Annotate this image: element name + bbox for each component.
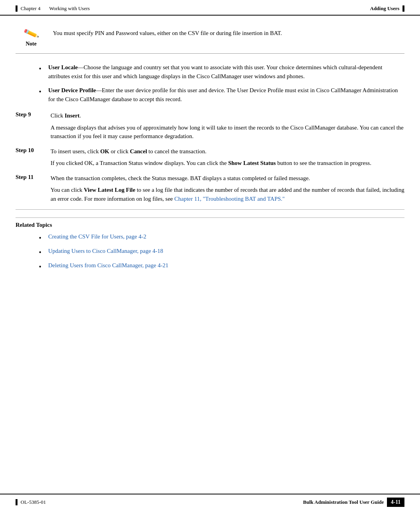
content-separator (16, 209, 404, 210)
related-topics-section: Related Topics • Creating the CSV File f… (16, 217, 404, 272)
header-right-wrapper: Adding Users (370, 5, 405, 12)
bullet-text-user-locale: User Locale—Choose the language and coun… (48, 63, 404, 81)
related-dot-3: • (39, 262, 44, 272)
step-11-chapter-link[interactable]: Chapter 11, "Troubleshooting BAT and TAP… (174, 196, 285, 202)
related-topics-title: Related Topics (16, 222, 404, 228)
page-number: 4-11 (387, 498, 404, 507)
doc-number: OL-5385-01 (21, 499, 46, 505)
step-9-sub: A message displays that advises you of a… (51, 123, 404, 141)
page-container: Chapter 4 Working with Users Adding User… (0, 0, 420, 510)
step-9-block: Step 9 Click Insert. A message displays … (16, 111, 404, 141)
related-item-1: • Creating the CSV File for Users, page … (39, 232, 404, 244)
step-10-sub: If you clicked OK, a Transaction Status … (51, 159, 404, 168)
guide-title: Bulk Administration Tool User Guide (303, 499, 384, 505)
step-9-content: Click Insert. (51, 111, 404, 120)
step-11-viewlog-bold: View Latest Log File (84, 187, 135, 193)
related-link-1[interactable]: Creating the CSV File for Users, page 4-… (48, 232, 146, 241)
note-section: ✏️ Note You must specify PIN and Passwor… (16, 27, 404, 54)
step-11-block: Step 11 When the transaction completes, … (16, 174, 404, 203)
step-11-label: Step 11 (16, 174, 51, 181)
bullet-item-user-device-profile: • User Device Profile—Enter the user dev… (39, 86, 404, 103)
page-header: Chapter 4 Working with Users Adding User… (0, 0, 420, 16)
footer-right: Bulk Administration Tool User Guide 4-11 (303, 498, 404, 507)
bullet-dot-1: • (39, 64, 44, 74)
footer-left: OL-5385-01 (16, 499, 46, 505)
related-dot-1: • (39, 233, 44, 244)
bullet-term-1: User Locale (48, 64, 78, 70)
bullet-term-2: User Device Profile (48, 87, 96, 93)
header-bar-left (16, 5, 18, 12)
step-10-ok-bold: OK (100, 148, 109, 154)
chapter-title: Working with Users (49, 5, 89, 12)
related-link-3[interactable]: Deleting Users from Cisco CallManager, p… (48, 261, 168, 270)
step-10-content: To insert users, click OK or click Cance… (51, 147, 404, 156)
related-item-3: • Deleting Users from Cisco CallManager,… (39, 261, 404, 272)
step-9-row: Step 9 Click Insert. (16, 111, 404, 120)
step-10-block: Step 10 To insert users, click OK or cli… (16, 147, 404, 168)
step-10-show-bold: Show Latest Status (228, 160, 276, 166)
step-9-insert-bold: Insert (65, 112, 79, 119)
related-topics-list: • Creating the CSV File for Users, page … (39, 232, 404, 272)
note-pencil-icon: ✏️ (23, 25, 40, 42)
bullet-item-user-locale: • User Locale—Choose the language and co… (39, 63, 404, 81)
bullet-text-user-device-profile: User Device Profile—Enter the user devic… (48, 86, 404, 103)
related-dot-2: • (39, 247, 44, 258)
step-10-cancel-bold: Cancel (130, 148, 147, 154)
main-content: ✏️ Note You must specify PIN and Passwor… (0, 16, 420, 307)
footer-bar-left (16, 499, 18, 505)
step-10-label: Step 10 (16, 147, 51, 154)
chapter-label: Chapter 4 (21, 5, 40, 12)
step-11-row: Step 11 When the transaction completes, … (16, 174, 404, 183)
bullet-dot-2: • (39, 87, 44, 97)
step-9-label: Step 9 (16, 111, 51, 118)
step-11-sub: You can click View Latest Log File to se… (51, 186, 404, 203)
bullet-section: • User Locale—Choose the language and co… (39, 63, 404, 103)
step-10-row: Step 10 To insert users, click OK or cli… (16, 147, 404, 156)
related-link-2[interactable]: Updating Users to Cisco CallManager, pag… (48, 247, 163, 256)
related-item-2: • Updating Users to Cisco CallManager, p… (39, 247, 404, 258)
note-text: You must specify PIN and Password values… (53, 27, 404, 38)
header-bar-right (402, 5, 404, 12)
step-11-content: When the transaction completes, check th… (51, 174, 404, 183)
page-footer: OL-5385-01 Bulk Administration Tool User… (0, 494, 420, 510)
adding-users-label: Adding Users (370, 5, 400, 12)
header-left: Chapter 4 Working with Users (16, 5, 90, 12)
note-icon-wrapper: ✏️ Note (16, 27, 47, 47)
